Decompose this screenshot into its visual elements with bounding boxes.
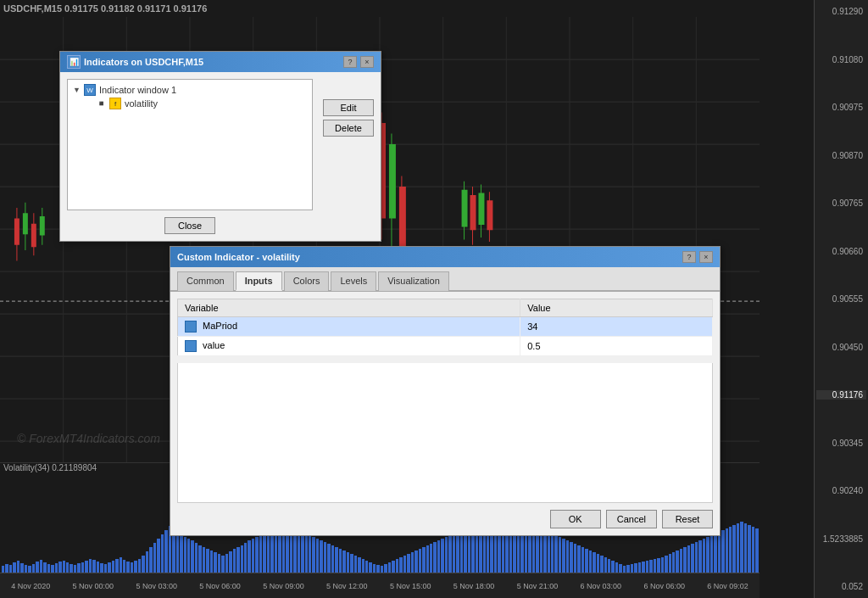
table-row[interactable]: value 0.5: [178, 337, 713, 356]
indicator-icon: f: [109, 98, 121, 109]
vol-bar: [695, 542, 698, 573]
vol-bar: [752, 527, 754, 573]
vol-bar: [665, 556, 667, 573]
edit-button[interactable]: Edit: [323, 99, 374, 116]
custom-indicator-close-button[interactable]: ×: [699, 251, 713, 263]
time-label-6: 5 Nov 12:00: [326, 582, 368, 590]
svg-rect-28: [40, 216, 45, 236]
vol-bar: [551, 534, 554, 573]
vol-bar: [17, 561, 19, 573]
vol-bar: [638, 562, 641, 573]
row-icon-1: [185, 321, 197, 333]
time-label-7: 5 Nov 15:00: [390, 582, 431, 590]
vol-bar: [335, 547, 337, 573]
vol-bar: [437, 540, 440, 573]
vol-bar: [566, 540, 569, 573]
vol-bar: [710, 535, 713, 573]
vol-bar: [312, 537, 314, 573]
variable-cell-2: value: [178, 337, 520, 356]
tab-visualization[interactable]: Visualization: [378, 271, 449, 291]
vol-bar: [2, 566, 4, 573]
vol-bar: [714, 534, 716, 573]
vol-bar: [153, 543, 156, 573]
vol-bar: [134, 561, 136, 573]
vol-bar: [309, 535, 311, 573]
vol-bar: [89, 559, 92, 573]
leaf-icon: ◾: [97, 99, 106, 108]
vol-bar: [737, 523, 739, 573]
price-axis: 0.91290 0.91080 0.90975 0.90870 0.90765 …: [814, 0, 868, 598]
vol-bar: [597, 554, 599, 573]
reset-button[interactable]: Reset: [662, 510, 713, 528]
vol-bar: [574, 544, 576, 573]
vol-bar: [669, 554, 671, 573]
vol-bar: [25, 565, 27, 573]
vol-bar: [43, 562, 46, 573]
vol-bar: [100, 563, 103, 573]
table-row[interactable]: MaPriod 34: [178, 317, 713, 337]
price-3: 0.90870: [816, 151, 866, 160]
vol-bar: [365, 561, 368, 573]
vol-bar: [77, 563, 80, 573]
svg-rect-42: [478, 193, 484, 226]
tree-indicator-item[interactable]: ◾ f volatility: [95, 97, 309, 110]
time-label-10: 6 Nov 03:00: [581, 582, 622, 590]
vol-bar: [191, 540, 193, 573]
vol-bar: [589, 550, 592, 573]
vol-bar: [729, 527, 732, 573]
tab-common[interactable]: Common: [177, 271, 234, 291]
vol-bar: [691, 544, 693, 573]
indicators-help-button[interactable]: ?: [343, 56, 357, 68]
value-cell-2[interactable]: 0.5: [520, 337, 713, 356]
price-10: 1.5233885: [816, 534, 866, 544]
vol-bar: [138, 559, 141, 573]
vol-bar: [236, 547, 239, 573]
ok-button[interactable]: OK: [550, 510, 601, 528]
indicators-dialog-title-left: 📊 Indicators on USDCHF,M15: [67, 55, 203, 69]
vol-bar: [626, 565, 629, 573]
tree-window-item[interactable]: ▼ W Indicator window 1: [71, 83, 309, 97]
time-label-5: 5 Nov 09:00: [263, 582, 304, 590]
custom-indicator-help-button[interactable]: ?: [682, 251, 696, 263]
vol-bar: [445, 537, 448, 573]
vol-bar: [123, 560, 125, 573]
cancel-button[interactable]: Cancel: [606, 510, 657, 528]
value-cell-1[interactable]: 34: [520, 317, 713, 337]
delete-button[interactable]: Delete: [323, 120, 374, 137]
vol-bar: [456, 532, 459, 573]
vol-bar: [203, 547, 205, 573]
tab-levels[interactable]: Levels: [331, 271, 376, 291]
vol-bar: [20, 563, 23, 573]
tree-view[interactable]: ▼ W Indicator window 1 ◾ f volatility: [67, 79, 313, 210]
vol-bar: [9, 565, 12, 573]
vol-bar: [453, 534, 455, 573]
vol-bar: [608, 559, 610, 573]
vol-bar: [36, 562, 38, 573]
col-variable: Variable: [178, 299, 520, 317]
svg-rect-34: [389, 144, 396, 219]
time-label-1: 4 Nov 2020: [11, 582, 50, 590]
vol-bar: [157, 539, 159, 573]
vol-bar: [358, 557, 360, 573]
close-button[interactable]: Close: [164, 217, 215, 234]
vol-bar: [676, 550, 678, 573]
indicators-close-button[interactable]: ×: [360, 56, 374, 68]
vol-bar: [146, 551, 148, 573]
price-0: 0.91290: [816, 7, 866, 16]
vol-bar: [623, 566, 626, 573]
vol-bar: [399, 557, 402, 573]
vol-bar: [619, 564, 621, 573]
table-header: Variable Value: [178, 299, 713, 317]
tab-inputs[interactable]: Inputs: [236, 271, 282, 291]
vol-bar: [600, 556, 603, 573]
vol-bar: [74, 565, 76, 573]
vol-bar: [115, 559, 118, 573]
tab-colors[interactable]: Colors: [284, 271, 330, 291]
vol-bar: [55, 563, 58, 573]
vol-bar: [646, 561, 648, 573]
price-8: 0.90345: [816, 439, 866, 448]
vol-bar: [373, 564, 376, 573]
indicators-dialog-body: ▼ W Indicator window 1 ◾ f volatility Ed…: [60, 72, 381, 241]
vol-bar: [244, 543, 247, 573]
price-9: 0.90240: [816, 486, 866, 495]
